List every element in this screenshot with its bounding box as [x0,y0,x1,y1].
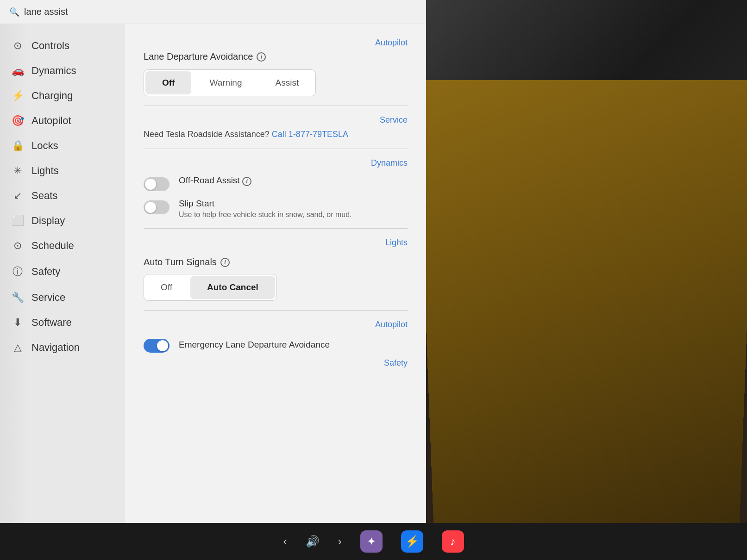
schedule-icon: ⊙ [11,240,24,252]
search-icon: 🔍 [9,7,19,17]
ats-title: Auto Turn Signals i [144,257,408,268]
sidebar-item-schedule[interactable]: ⊙ Schedule [0,233,125,258]
divider-2 [144,149,408,149]
sidebar-label-navigation: Navigation [31,342,80,354]
sidebar-item-charging[interactable]: ⚡ Charging [0,83,125,108]
content-area: Autopilot Lane Departure Avoidance i Off… [125,24,426,523]
taskbar-back-icon[interactable]: ‹ [283,535,287,548]
ats-autocancel-btn[interactable]: Auto Cancel [190,276,275,299]
purple-app-icon: ✦ [367,535,376,548]
music-icon: ♪ [450,535,456,548]
software-icon: ⬇ [11,317,24,329]
eld-toggle[interactable] [144,339,169,353]
autopilot-icon: 🎯 [11,115,24,127]
desk-surface [417,80,747,547]
slip-start-desc: Use to help free vehicle stuck in snow, … [179,211,352,219]
lda-title-text: Lane Departure Avoidance [144,51,253,62]
sidebar-label-seats: Seats [31,190,57,202]
sidebar-item-lights[interactable]: ✳ Lights [0,158,125,183]
ats-btn-group: Off Auto Cancel [144,274,277,301]
off-road-assist-info: Off-Road Assist i [179,175,251,186]
navigation-icon: △ [11,342,24,354]
sidebar: ⊙ Controls 🚗 Dynamics ⚡ Charging 🎯 Autop… [0,24,125,523]
divider-3 [144,228,408,229]
display-icon: ⬜ [11,215,24,227]
sidebar-item-software[interactable]: ⬇ Software [0,310,125,335]
ats-off-btn[interactable]: Off [144,274,189,300]
lights-icon: ✳ [11,165,24,177]
lane-departure-btn-group: Off Warning Assist [144,69,316,96]
auto-turn-signals-section: Auto Turn Signals i Off Auto Cancel [144,257,408,301]
sidebar-label-software: Software [31,317,72,329]
sidebar-item-controls[interactable]: ⊙ Controls [0,33,125,58]
dynamics-section-label: Dynamics [144,158,408,168]
sidebar-label-dynamics: Dynamics [31,65,76,77]
taskbar-app-bluetooth[interactable]: ⚡ [401,530,423,553]
taskbar-app-music[interactable]: ♪ [442,530,464,553]
off-road-assist-row: Off-Road Assist i [144,175,408,191]
eld-title: Emergency Lane Departure Avoidance [179,340,330,350]
sidebar-item-navigation[interactable]: △ Navigation [0,335,125,360]
eld-row: Emergency Lane Departure Avoidance [144,337,408,353]
sidebar-item-display[interactable]: ⬜ Display [0,208,125,233]
sidebar-label-locks: Locks [31,140,58,152]
right-panel [426,0,747,560]
sidebar-label-autopilot: Autopilot [31,115,71,127]
sidebar-item-safety[interactable]: ⓘ Safety [0,258,125,285]
dynamics-icon: 🚗 [11,65,24,77]
sidebar-item-service[interactable]: 🔧 Service [0,285,125,310]
charging-icon: ⚡ [11,90,24,102]
sidebar-label-schedule: Schedule [31,240,74,252]
lane-departure-off-btn[interactable]: Off [145,71,191,94]
sidebar-item-seats[interactable]: ↙ Seats [0,183,125,208]
sidebar-label-lights: Lights [31,165,59,177]
taskbar-app-purple[interactable]: ✦ [360,530,383,553]
off-road-assist-title: Off-Road Assist i [179,175,251,186]
lda-title: Lane Departure Avoidance i [144,51,266,62]
divider-4 [144,310,408,311]
taskbar-forward-icon[interactable]: › [338,535,342,548]
lane-departure-warning-btn[interactable]: Warning [193,70,258,96]
taskbar: ‹ 🔊 › ✦ ⚡ ♪ [0,523,747,560]
sidebar-item-dynamics[interactable]: 🚗 Dynamics [0,58,125,83]
controls-icon: ⊙ [11,40,24,52]
sidebar-label-controls: Controls [31,40,69,52]
sidebar-item-locks[interactable]: 🔒 Locks [0,133,125,158]
ats-info-icon[interactable]: i [220,258,230,267]
autopilot2-section-label: Autopilot [144,320,408,330]
search-bar: 🔍 lane assist [0,0,426,24]
lane-departure-assist-btn[interactable]: Assist [258,70,315,96]
bluetooth-icon: ⚡ [405,535,419,548]
slip-start-toggle[interactable] [144,200,169,214]
seats-icon: ↙ [11,190,24,202]
sidebar-item-autopilot[interactable]: 🎯 Autopilot [0,108,125,133]
taskbar-speaker-icon[interactable]: 🔊 [306,535,320,548]
lda-header: Lane Departure Avoidance i [144,51,408,62]
safety-icon: ⓘ [11,265,24,279]
locks-icon: 🔒 [11,140,24,152]
safety-section-label: Safety [144,358,408,368]
roadside-text: Need Tesla Roadside Assistance? Call 1-8… [144,130,408,139]
slip-start-title: Slip Start [179,199,352,209]
main-screen: 🔍 lane assist ⊙ Controls 🚗 Dynamics ⚡ Ch… [0,0,426,523]
sidebar-label-safety: Safety [31,266,60,278]
sidebar-label-display: Display [31,215,65,227]
slip-start-info: Slip Start Use to help free vehicle stuc… [179,199,352,219]
off-road-info-icon[interactable]: i [242,177,251,186]
service-section-label: Service [144,115,408,125]
lda-info-icon[interactable]: i [257,52,266,62]
sidebar-label-service: Service [31,292,65,304]
slip-start-row: Slip Start Use to help free vehicle stuc… [144,199,408,219]
off-road-assist-toggle[interactable] [144,177,169,191]
roadside-prompt: Need Tesla Roadside Assistance? [144,130,270,139]
roadside-link[interactable]: Call 1-877-79TESLA [272,130,348,139]
service-icon: 🔧 [11,292,24,304]
autopilot-section-label: Autopilot [144,38,408,48]
lights-section-label: Lights [144,238,408,248]
divider-1 [144,106,408,106]
sidebar-label-charging: Charging [31,90,73,102]
search-query: lane assist [24,6,68,17]
